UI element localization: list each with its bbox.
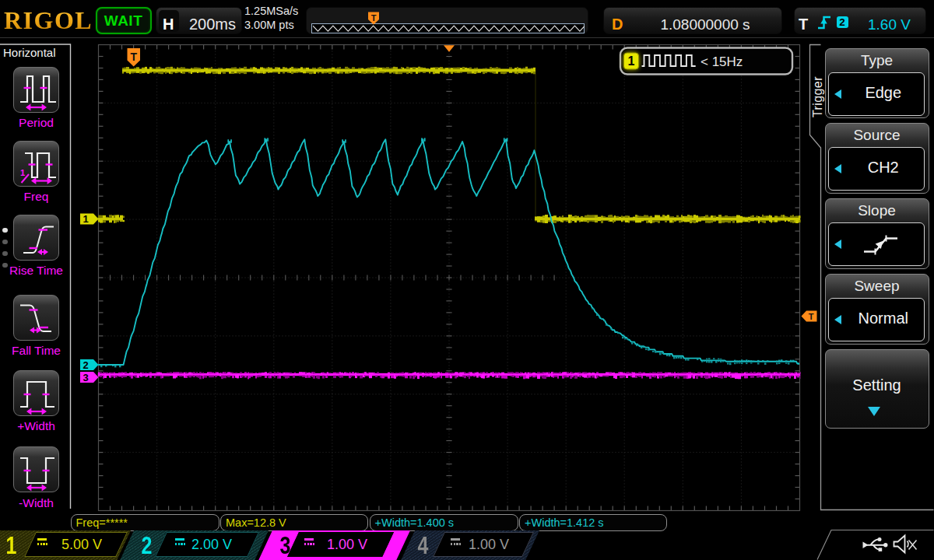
svg-text:T: T xyxy=(809,312,814,321)
svg-text:2: 2 xyxy=(83,359,88,371)
svg-text:1: 1 xyxy=(83,213,88,225)
svg-text:3: 3 xyxy=(83,372,88,383)
svg-text:1: 1 xyxy=(20,168,25,177)
svg-text:1: 1 xyxy=(628,54,635,68)
svg-text:< 15Hz: < 15Hz xyxy=(700,54,743,69)
svg-text:T: T xyxy=(130,51,137,63)
